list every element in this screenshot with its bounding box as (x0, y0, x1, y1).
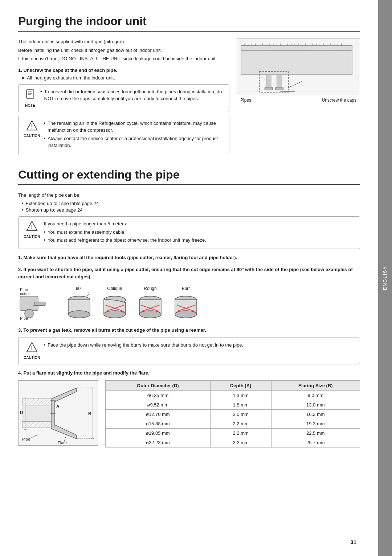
table-cell: 22.5 mm (271, 428, 360, 438)
note-document-icon (25, 89, 35, 102)
purge-section: Purging the indoor unit The indoor unit … (18, 15, 360, 158)
purge-intro-1: The indoor unit is supplied with inert g… (18, 38, 229, 45)
svg-text:B: B (88, 411, 91, 416)
burr-diagram: Burr (171, 286, 200, 322)
svg-point-61 (104, 311, 126, 318)
svg-rect-0 (26, 90, 34, 98)
table-cell: ø15.88 mm (106, 419, 211, 428)
table-cell: 1.8 mm (210, 400, 271, 409)
cutting-bullet-list: Extended up to : see table page 24 Short… (22, 201, 360, 213)
svg-point-71 (175, 311, 197, 318)
note-bullet-1: To prevent dirt or foreign substances fr… (40, 88, 224, 102)
table-row: ø15.88 mm2.2 mm19.3 mm (106, 419, 360, 428)
caps-label: Unscrew the caps (322, 98, 356, 103)
cutting-caution-icon-wrap1: ! CAUTION (24, 220, 40, 240)
cutting-caution-bullet2: You must extend the assembly cable. (44, 229, 355, 236)
diagram-caption: Pipes Unscrew the caps (237, 98, 360, 103)
table-cell: 2.2 mm (210, 438, 271, 447)
cutter-diagram: Pipe cutter Pipe (18, 285, 58, 322)
cutting-step2: 2. If you want to shorten the pipe, cut … (18, 266, 360, 280)
svg-text:✓: ✓ (87, 293, 90, 294)
table-cell: ø6.35 mm (106, 391, 211, 400)
table-cell: ø9.52 mm (106, 400, 211, 409)
cut-diagrams: Pipe cutter Pipe 90° ✓ (18, 285, 360, 322)
purge-top: The indoor unit is supplied with inert g… (18, 38, 360, 158)
cutting-section: Cutting or extending the pipe The length… (18, 168, 360, 447)
svg-text:A: A (56, 404, 60, 409)
table-cell: 25.7 mm (271, 438, 360, 447)
cutting-caution-box1: ! CAUTION If you need a pipe longer than… (18, 216, 360, 249)
cutting-caution-text2: Face the pipe down while removing the bu… (44, 342, 355, 350)
svg-text:!: ! (31, 224, 33, 230)
svg-point-66 (139, 311, 161, 318)
table-cell: 13.0 mm (271, 400, 360, 409)
svg-line-58 (86, 294, 89, 297)
table-cell: 2.2 mm (210, 419, 271, 428)
cutting-caution-bullet3: You must add refrigerant to the pipes; o… (44, 237, 355, 244)
svg-rect-9 (241, 46, 352, 51)
correct-cut-diagram: 90° ✓ (65, 286, 94, 322)
oblique-diagram: Oblique (100, 286, 129, 322)
flare-table-header-row: Outer Diameter (D) Depth (A) Flaring Siz… (106, 380, 360, 391)
table-cell: 16.2 mm (271, 409, 360, 419)
page-container: Purging the indoor unit The indoor unit … (0, 0, 392, 556)
table-row: ø12.70 mm2.0 mm16.2 mm (106, 409, 360, 419)
table-row: ø22.23 mm2.2 mm25.7 mm (106, 438, 360, 447)
flare-diagram: D A (18, 380, 98, 446)
sidebar-label: ENGLISH (383, 266, 388, 290)
note-text: To prevent dirt or foreign substances fr… (40, 88, 224, 103)
purge-step1-label: 1. Unscrew the caps at the end of each p… (18, 68, 229, 73)
note-box: NOTE To prevent dirt or foreign substanc… (18, 84, 229, 112)
purge-intro-2: Before installing the unit, check if nit… (18, 47, 229, 54)
purge-caution-box: ! CAUTION The remaining air in the Refri… (18, 116, 229, 154)
table-cell: 19.3 mm (271, 419, 360, 428)
svg-text:Pipe: Pipe (20, 316, 28, 320)
purge-caution-bullet-2: Always contact the service center or a p… (44, 135, 224, 149)
cutting-caution2-bullet1: Face the pipe down while removing the bu… (44, 342, 355, 349)
col-header-flaring-size: Flaring Size (B) (271, 380, 360, 391)
flare-table: Outer Diameter (D) Depth (A) Flaring Siz… (105, 380, 360, 447)
svg-text:D: D (20, 410, 23, 415)
svg-text:!: ! (31, 345, 33, 351)
table-cell: ø22.23 mm (106, 438, 211, 447)
svg-text:!: ! (31, 123, 33, 130)
cutting-step1: 1. Make sure that you have all the requi… (18, 254, 360, 261)
cutting-caution-triangle-icon2: ! (26, 342, 38, 355)
cutting-caution-label2: CAUTION (24, 355, 40, 360)
purge-caution-text: The remaining air in the Refrigeration c… (44, 120, 224, 150)
purge-caution-bullet-1: The remaining air in the Refrigeration c… (44, 120, 224, 134)
svg-rect-42 (275, 87, 283, 90)
cutting-bullet-2: Shorten up to: see page 24 (22, 207, 360, 213)
cutting-caution-line1: If you need a pipe longer than 5 meters: (44, 220, 355, 228)
correct-cut-label: 90° (76, 286, 82, 291)
note-label: NOTE (25, 103, 35, 108)
col-header-depth: Depth (A) (210, 380, 271, 391)
svg-rect-79 (22, 421, 51, 428)
svg-point-57 (68, 311, 90, 318)
cutting-caution-text1: If you need a pipe longer than 5 meters:… (44, 220, 355, 245)
rough-diagram: Rough (136, 286, 165, 322)
burr-label: Burr (182, 286, 190, 291)
purge-intro-3: If this one isn't true, DO NOT INSTALL T… (18, 55, 229, 62)
cutting-intro: The length of the pipe can be: (18, 192, 360, 199)
table-cell: ø19.05 mm (106, 428, 211, 438)
flare-section: D A (18, 380, 360, 447)
table-cell: 1.3 mm (210, 391, 271, 400)
purge-caution-label: CAUTION (24, 133, 40, 139)
cutting-caution-icon-wrap2: ! CAUTION (24, 342, 40, 361)
svg-rect-78 (22, 399, 51, 405)
main-content: Purging the indoor unit The indoor unit … (0, 0, 378, 556)
page-number: 31 (350, 539, 356, 545)
svg-text:Pipe: Pipe (22, 437, 30, 441)
purge-left: The indoor unit is supplied with inert g… (18, 38, 229, 158)
sidebar: ENGLISH (378, 0, 392, 556)
table-cell: 2.2 mm (210, 428, 271, 438)
table-cell: ø12.70 mm (106, 409, 211, 419)
cutting-step4: 4. Put a flare nut slightly into the pip… (18, 369, 360, 377)
svg-text:cutter: cutter (20, 291, 30, 296)
purge-caution-icon-wrap: ! CAUTION (24, 120, 40, 139)
cutting-step3: 3. To prevent a gas leak, remove all bur… (18, 327, 360, 334)
table-row: ø9.52 mm1.8 mm13.0 mm (106, 400, 360, 409)
svg-rect-40 (277, 74, 282, 89)
svg-text:Flare: Flare (58, 441, 67, 445)
